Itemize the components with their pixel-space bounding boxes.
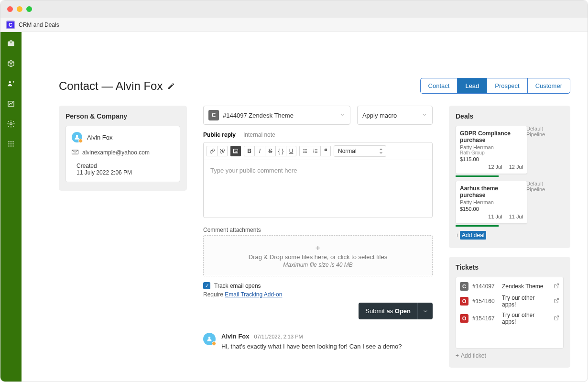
ticket-row[interactable]: O #154160 Try our other apps!: [460, 295, 559, 308]
bullet-list-button[interactable]: [299, 146, 310, 156]
format-select-value: Normal: [338, 148, 357, 154]
comment-textarea[interactable]: Type your public comment here: [204, 160, 432, 218]
svg-point-7: [8, 143, 9, 144]
require-prefix: Require: [203, 291, 225, 298]
briefcase-icon[interactable]: [6, 39, 16, 48]
reply-tab-internal[interactable]: Internal note: [243, 131, 275, 138]
window-close-button[interactable]: [7, 6, 13, 12]
chevron-down-icon: [339, 112, 345, 119]
ticket-select[interactable]: C #144097 Zendesk Theme: [203, 106, 350, 125]
svg-rect-20: [304, 150, 307, 150]
chart-icon[interactable]: [6, 99, 16, 109]
svg-point-1: [9, 81, 11, 84]
submit-dropdown-button[interactable]: [417, 303, 433, 319]
gear-icon[interactable]: [6, 119, 16, 129]
svg-rect-22: [304, 153, 307, 153]
cube-icon[interactable]: [6, 59, 16, 68]
submit-status: Open: [395, 307, 411, 315]
deal-date2: 12 Jul: [509, 164, 523, 170]
svg-point-18: [303, 151, 304, 152]
svg-rect-21: [304, 151, 307, 152]
created-date: 11 July 2022 2:06 PM: [72, 169, 174, 176]
image-icon[interactable]: [230, 146, 241, 156]
add-deal-button[interactable]: + Add deal: [456, 231, 486, 240]
ticket-id: #154160: [472, 298, 498, 305]
tab-customer[interactable]: Customer: [528, 78, 570, 93]
quote-button[interactable]: ❝: [320, 146, 331, 156]
deal-amount: $150.00: [460, 206, 523, 212]
ticket-id: #154167: [472, 315, 498, 322]
ticket-row[interactable]: O #154167 Try our other apps!: [460, 312, 559, 325]
tab-prospect[interactable]: Prospect: [487, 78, 527, 93]
plus-icon: +: [456, 232, 459, 239]
user-plus-icon[interactable]: [6, 79, 16, 88]
external-link-icon[interactable]: [554, 315, 559, 322]
track-checkbox[interactable]: ✓: [203, 282, 210, 289]
svg-point-17: [303, 149, 304, 150]
app-logo-icon: C: [6, 21, 15, 29]
bold-button[interactable]: B: [244, 146, 254, 156]
format-select[interactable]: Normal: [334, 145, 386, 157]
tickets-title: Tickets: [456, 263, 564, 271]
window-maximize-button[interactable]: [26, 6, 32, 12]
external-link-icon[interactable]: [554, 283, 559, 290]
tickets-list: C #144097 Zendesk Theme O #154160 Try ou…: [456, 277, 564, 349]
deal-title: GDPR Compliance purchase: [460, 130, 523, 143]
plus-icon: +: [211, 243, 425, 253]
ticket-status-badge: O: [460, 297, 468, 306]
comment-author: Alvin Fox: [221, 333, 250, 340]
svg-point-9: [12, 143, 13, 144]
titlebar: [0, 0, 588, 18]
strikethrough-button[interactable]: S: [265, 146, 275, 156]
person-company-title: Person & Company: [65, 112, 180, 120]
ticket-status-badge: O: [460, 314, 468, 323]
code-button[interactable]: { }: [275, 146, 286, 156]
page-title-text: Contact — Alvin Fox: [59, 79, 163, 93]
ticket-id: #144097: [472, 283, 498, 290]
app-bar: C CRM and Deals: [0, 18, 588, 32]
app-title: CRM and Deals: [19, 22, 59, 28]
edit-icon[interactable]: [167, 79, 175, 93]
submit-button[interactable]: Submit as Open: [359, 303, 417, 319]
deals-panel: Deals GDPR Compliance purchase Patty Her…: [449, 106, 570, 248]
italic-button[interactable]: I: [254, 146, 265, 156]
page-title: Contact — Alvin Fox: [59, 79, 175, 93]
comment: Alvin Fox 07/11/2022, 2:13 PM Hi, that's…: [203, 333, 433, 350]
svg-point-12: [12, 145, 13, 146]
ticket-select-label: #144097 Zendesk Theme: [223, 112, 294, 119]
comment-timestamp: 07/11/2022, 2:13 PM: [254, 334, 303, 339]
tab-contact[interactable]: Contact: [421, 78, 458, 93]
apps-grid-icon[interactable]: [6, 139, 16, 149]
plus-icon: +: [456, 352, 459, 359]
deal-item[interactable]: Aarhus theme purchase Patty Herrman $150…: [456, 181, 564, 227]
body: Contact — Alvin Fox Contact Lead Prospec…: [0, 32, 588, 382]
deal-person: Patty Herrman: [460, 144, 523, 150]
underline-button[interactable]: U: [286, 146, 296, 156]
person-email: alvinexample@yahoo.com: [82, 149, 150, 156]
add-ticket-label: Add ticket: [461, 352, 486, 359]
comment-avatar-icon: [203, 333, 216, 345]
external-link-icon[interactable]: [554, 298, 559, 305]
window-minimize-button[interactable]: [17, 6, 22, 12]
svg-point-8: [11, 143, 11, 144]
stepper-icon: [379, 147, 383, 156]
reply-tab-public[interactable]: Public reply: [203, 131, 236, 138]
sidebar: [0, 32, 22, 382]
attachment-dropzone[interactable]: + Drag & Drop some files here, or click …: [203, 235, 433, 276]
tab-lead[interactable]: Lead: [457, 78, 487, 93]
unlink-icon[interactable]: [217, 146, 228, 156]
deal-item[interactable]: GDPR Compliance purchase Patty Herrman R…: [456, 126, 564, 177]
svg-rect-28: [315, 153, 317, 153]
svg-point-6: [12, 141, 13, 142]
deal-person: Patty Herrman: [460, 199, 523, 205]
svg-rect-0: [11, 43, 12, 44]
add-ticket-button[interactable]: + Add ticket: [456, 352, 564, 359]
macro-select[interactable]: Apply macro: [357, 106, 433, 125]
link-icon[interactable]: [207, 146, 217, 156]
ticket-row[interactable]: C #144097 Zendesk Theme: [460, 282, 559, 291]
attachments-label: Comment attachments: [203, 227, 433, 233]
ordered-list-button[interactable]: 123: [310, 146, 320, 156]
deal-title: Aarhus theme purchase: [460, 185, 523, 198]
require-link[interactable]: Email Tracking Add-on: [225, 291, 282, 298]
svg-point-3: [10, 123, 12, 125]
